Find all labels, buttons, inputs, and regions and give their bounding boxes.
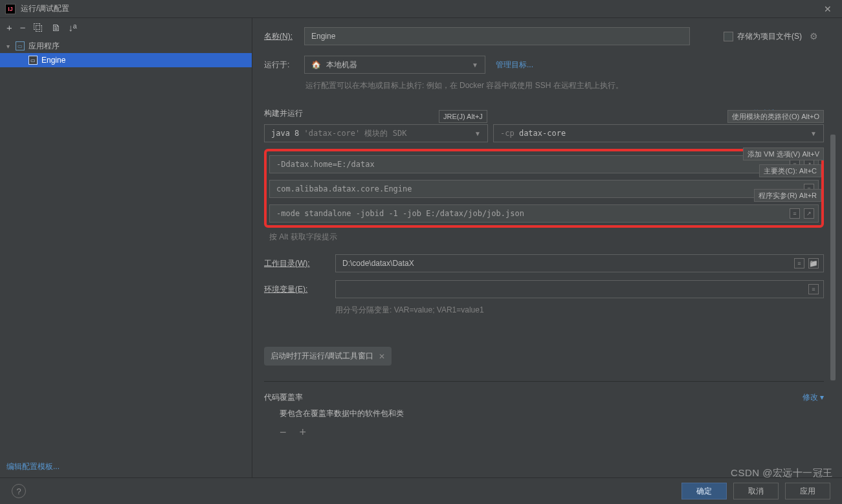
classpath-dropdown[interactable]: -cp datax-core ▼ — [493, 124, 824, 142]
close-icon[interactable]: ✕ — [819, 1, 837, 17]
separator — [264, 381, 824, 382]
run-on-label: 运行于: — [264, 60, 304, 71]
help-icon[interactable]: ? — [12, 484, 26, 498]
chevron-down-icon: ▾ — [6, 43, 16, 50]
add-config-button[interactable]: + — [6, 22, 12, 33]
copy-config-button[interactable]: ⿻ — [34, 22, 43, 33]
cancel-button[interactable]: 取消 — [733, 483, 779, 499]
open-tool-window-tag[interactable]: 启动时打开运行/调试工具窗口 ✕ — [264, 347, 392, 366]
tree-item-engine[interactable]: ▭ Engine — [0, 53, 252, 67]
name-input[interactable] — [304, 27, 690, 45]
gear-icon[interactable]: ⚙ — [810, 31, 818, 41]
close-icon[interactable]: ✕ — [379, 352, 385, 361]
jre-dropdown[interactable]: java 8 'datax-core' 模块的 SDK ▼ — [264, 124, 488, 142]
history-icon[interactable]: ≡ — [794, 258, 804, 268]
main-class-input[interactable]: com.alibaba.datax.core.Engine ≡ — [269, 180, 819, 198]
chevron-down-icon: ▼ — [472, 61, 478, 69]
env-vars-hint: 用分号分隔变量: VAR=value; VAR1=value1 — [335, 305, 824, 316]
build-run-header: 构建并运行 — [264, 108, 303, 119]
working-dir-input[interactable] — [335, 254, 824, 272]
run-on-hint: 运行配置可以在本地或目标上执行: 例如，在 Docker 容器中或使用 SSH … — [305, 80, 824, 91]
name-label: 名称(N): — [264, 31, 304, 42]
sort-config-button[interactable]: ↓ª — [69, 22, 77, 33]
store-as-file-checkbox[interactable] — [724, 32, 733, 41]
classpath-hint-badge: 使用模块的类路径(O) Alt+O — [727, 110, 824, 123]
coverage-sub-label: 要包含在覆盖率数据中的软件包和类 — [280, 408, 824, 419]
save-config-button[interactable]: 🗎 — [51, 22, 61, 33]
list-icon[interactable]: ≡ — [808, 284, 819, 294]
env-vars-label: 环境变量(E): — [264, 284, 335, 295]
env-vars-input[interactable] — [335, 280, 824, 298]
remove-config-button[interactable]: − — [20, 22, 26, 33]
home-icon: 🏠 — [311, 60, 321, 69]
remove-package-button[interactable]: − — [280, 426, 287, 439]
main-class-badge: 主要类(C): Alt+C — [759, 164, 821, 177]
chevron-down-icon: ▼ — [474, 130, 481, 137]
highlighted-config-box: -Ddatax.home=E:/datax ≡ ↗ 主要类(C): Alt+C … — [264, 149, 824, 228]
tree-item-label: Engine — [41, 56, 65, 65]
scrollbar[interactable] — [830, 135, 836, 477]
history-icon[interactable]: ≡ — [790, 208, 800, 219]
add-vm-badge: 添加 VM 选项(V) Alt+V — [743, 148, 824, 160]
tree-group-label: 应用程序 — [28, 41, 60, 52]
coverage-header: 代码覆盖率 — [264, 392, 303, 403]
working-dir-label: 工作目录(W): — [264, 258, 335, 269]
folder-icon[interactable] — [808, 258, 819, 268]
window-title: 运行/调试配置 — [21, 3, 819, 14]
coverage-modify-link[interactable]: 修改 ▾ — [803, 392, 824, 403]
jre-badge: JRE(J) Alt+J — [439, 110, 487, 123]
scrollbar-thumb[interactable] — [830, 135, 836, 380]
application-icon: ▭ — [28, 56, 38, 65]
tree-group-application[interactable]: ▾ ▭ 应用程序 — [0, 39, 252, 53]
expand-icon[interactable]: ↗ — [804, 208, 814, 219]
add-package-button[interactable]: + — [300, 426, 307, 439]
application-icon: ▭ — [16, 41, 25, 50]
program-args-input[interactable]: -mode standalone -jobid -1 -job E:/datax… — [269, 204, 819, 223]
edit-templates-link[interactable]: 编辑配置模板... — [0, 456, 252, 477]
ok-button[interactable]: 确定 — [681, 483, 727, 499]
run-on-dropdown[interactable]: 🏠 本地机器 ▼ — [304, 56, 485, 74]
apply-button[interactable]: 应用 — [785, 483, 830, 499]
alt-hint: 按 Alt 获取字段提示 — [269, 232, 824, 243]
vm-options-input[interactable]: -Ddatax.home=E:/datax ≡ ↗ — [269, 155, 819, 173]
app-icon: IJ — [5, 4, 16, 14]
program-args-badge: 程序实参(R) Alt+R — [754, 189, 821, 202]
manage-targets-link[interactable]: 管理目标... — [496, 60, 533, 71]
store-as-file-label: 存储为项目文件(S) — [737, 31, 802, 42]
chevron-down-icon: ▼ — [810, 130, 817, 137]
